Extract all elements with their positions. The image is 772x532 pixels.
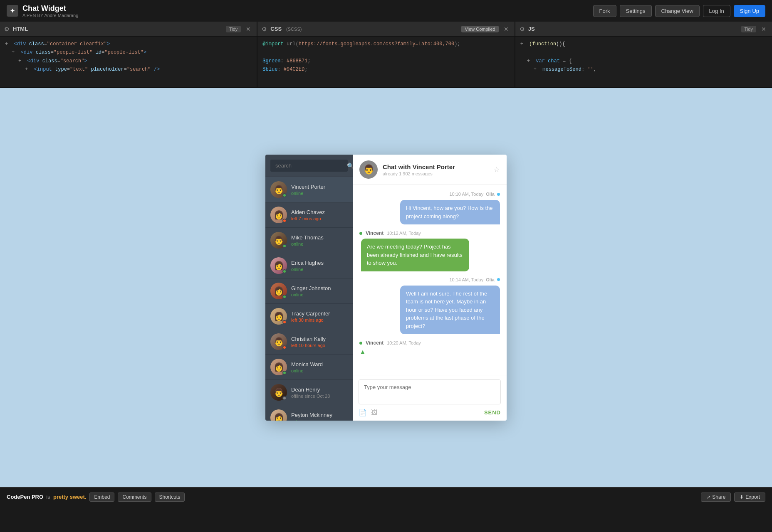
sender-name: Vincent <box>366 230 384 236</box>
gear-icon: ⚙ <box>4 26 10 32</box>
list-item[interactable]: 👩 Ginger Johnston online <box>265 278 353 304</box>
list-item[interactable]: 👨 Vincent Porter online <box>265 177 353 202</box>
comments-button[interactable]: Comments <box>118 493 151 502</box>
sender-name: Vincent <box>366 340 384 346</box>
person-info: Ginger Johnston online <box>291 285 348 297</box>
person-status: left 7 mins ago <box>291 216 348 221</box>
status-dot-away <box>282 345 287 350</box>
html-panel: ⚙ HTML Tidy ✕ + <div class="container cl… <box>0 22 257 87</box>
list-item[interactable]: 👩 Aiden Chavez left 7 mins ago <box>265 202 353 228</box>
code-line: @import url(https://fonts.googleapis.com… <box>262 40 509 48</box>
code-line <box>520 48 767 57</box>
code-line: + <div class="search"> <box>5 57 252 65</box>
person-name: Mike Thomas <box>291 234 348 241</box>
list-item[interactable]: 👩 Erica Hughes online <box>265 253 353 278</box>
list-item[interactable]: 👩 Monica Ward online <box>265 355 353 380</box>
people-list: 🔍 👨 Vincent Porter online <box>265 155 353 421</box>
message-left-header: Vincent 10:12 AM, Today <box>359 230 500 236</box>
share-icon: ↗ <box>706 494 710 500</box>
css-panel-subtitle: (SCSS) <box>285 27 302 32</box>
list-item[interactable]: 👨 Christian Kelly left 10 hours ago <box>265 329 353 355</box>
person-status: online <box>291 292 348 297</box>
person-status: offline since Oct 28 <box>291 394 348 399</box>
person-status: online <box>291 419 348 421</box>
status-dot-away <box>282 320 287 324</box>
avatar: 👩 <box>270 359 287 375</box>
chat-input-toolbar: 📄 🖼 SEND <box>359 409 501 416</box>
shortcuts-button[interactable]: Shortcuts <box>155 493 185 502</box>
code-line: + <input type="text" placeholder="search… <box>5 65 252 74</box>
code-line: + <div class="container clearfix"> <box>5 40 252 48</box>
gear-icon-js: ⚙ <box>520 26 525 32</box>
login-button[interactable]: Log In <box>703 5 730 17</box>
person-name: Vincent Porter <box>291 184 348 190</box>
chat-messages[interactable]: 10:10 AM, Today Olia Hi Vincent, how are… <box>353 185 507 375</box>
person-info: Peyton Mckinney online <box>291 412 348 421</box>
message-bubble-left: Are we meeting today? Project has been a… <box>359 239 500 271</box>
chat-widget: 🔍 👨 Vincent Porter online <box>265 155 507 421</box>
export-button[interactable]: ⬇ Export <box>734 493 765 502</box>
view-compiled-button[interactable]: View Compiled <box>461 26 498 32</box>
search-input-wrap: 🔍 <box>270 160 348 172</box>
signup-button[interactable]: Sign Up <box>734 5 765 17</box>
message-input[interactable] <box>359 379 501 404</box>
person-status: online <box>291 267 348 272</box>
person-info: Mike Thomas online <box>291 234 348 246</box>
bottom-right: ↗ Share ⬇ Export <box>701 493 765 502</box>
avatar: 👩 <box>270 308 287 325</box>
embed-button[interactable]: Embed <box>89 493 114 502</box>
attach-file-button[interactable]: 📄 <box>359 409 367 416</box>
export-label: Export <box>745 494 760 500</box>
search-input[interactable] <box>274 160 347 172</box>
html-close-button[interactable]: ✕ <box>244 26 252 32</box>
person-name: Aiden Chavez <box>291 209 348 215</box>
js-close-button[interactable]: ✕ <box>760 26 768 32</box>
js-editor-body[interactable]: + (function(){ + var chat = { + messageT… <box>515 37 772 87</box>
star-button[interactable]: ☆ <box>493 165 500 174</box>
online-indicator <box>497 278 500 281</box>
js-tidy-button[interactable]: Tidy <box>741 26 756 32</box>
person-info: Vincent Porter online <box>291 184 348 196</box>
change-view-button[interactable]: Change View <box>655 5 700 17</box>
html-editor-header: ⚙ HTML Tidy ✕ <box>0 22 257 37</box>
html-tidy-button[interactable]: Tidy <box>226 26 241 32</box>
attach-image-button[interactable]: 🖼 <box>371 409 378 416</box>
avatar: 👨 <box>270 384 287 401</box>
bubble-text: Are we meeting today? Project has been a… <box>361 239 469 271</box>
fork-button[interactable]: Fork <box>593 5 616 17</box>
search-area: 🔍 <box>265 155 353 177</box>
person-name: Tracy Carpenter <box>291 310 348 317</box>
css-editor-header: ⚙ CSS (SCSS) View Compiled ✕ <box>257 22 514 37</box>
person-info: Tracy Carpenter left 30 mins ago <box>291 310 348 323</box>
person-info: Erica Hughes online <box>291 260 348 272</box>
person-name: Peyton Mckinney <box>291 412 348 418</box>
css-editor-body[interactable]: @import url(https://fonts.googleapis.com… <box>257 37 514 87</box>
avatar: 👨 <box>270 333 287 350</box>
nav-left: ✦ Chat Widget A PEN BY Andre Madarang <box>7 4 78 18</box>
app-subtitle: A PEN BY Andre Madarang <box>22 13 78 18</box>
export-icon: ⬇ <box>740 494 744 500</box>
avatar: 👩 <box>270 207 287 223</box>
html-editor-body[interactable]: + <div class="container clearfix"> + <di… <box>0 37 257 87</box>
person-status: online <box>291 368 348 373</box>
sender-label: Olia <box>486 192 495 197</box>
typing-indicator: ▲ <box>359 348 500 356</box>
people-list-body[interactable]: 👨 Vincent Porter online 👩 <box>265 177 353 421</box>
person-info: Aiden Chavez left 7 mins ago <box>291 209 348 221</box>
send-button[interactable]: SEND <box>484 409 501 416</box>
brand-name: CodePen PRO <box>7 494 43 500</box>
code-line <box>262 48 509 57</box>
share-label: Share <box>712 494 725 500</box>
list-item[interactable]: 👩 Peyton Mckinney online <box>265 405 353 421</box>
css-close-button[interactable]: ✕ <box>502 26 510 32</box>
list-item[interactable]: 👨 Mike Thomas online <box>265 228 353 253</box>
status-dot-online <box>282 269 287 273</box>
list-item[interactable]: 👩 Tracy Carpenter left 30 mins ago <box>265 304 353 329</box>
list-item[interactable]: 👨 Dean Henry offline since Oct 28 <box>265 380 353 405</box>
codepen-pro-text: CodePen PRO is pretty sweet. <box>7 494 86 500</box>
logo-icon: ✦ <box>7 5 18 17</box>
chat-input-area: 📄 🖼 SEND <box>353 375 507 421</box>
settings-button[interactable]: Settings <box>620 5 652 17</box>
gear-icon-css: ⚙ <box>262 26 267 32</box>
share-button[interactable]: ↗ Share <box>701 493 731 502</box>
